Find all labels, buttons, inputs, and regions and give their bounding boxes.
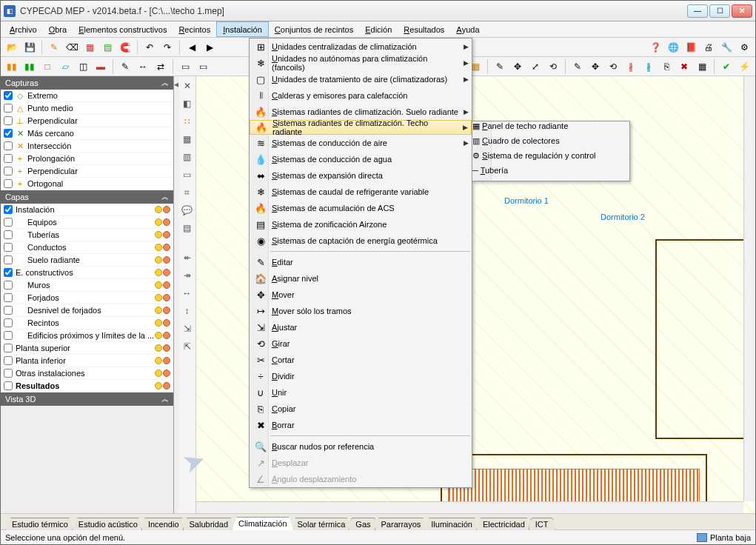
menu-archivo[interactable]: Archivo (4, 21, 43, 37)
checkbox[interactable] (4, 167, 13, 175)
tab-salubridad[interactable]: Salubridad (183, 518, 235, 530)
menu-item[interactable]: ⎘ Copiar (250, 401, 472, 417)
capturas-item[interactable]: ✕ Más cercano (1, 127, 173, 140)
capturas-item[interactable]: + Prolongación (1, 153, 173, 165)
menu-item[interactable]: ❄ Sistemas de caudal de refrigerante var… (250, 184, 472, 200)
tab-iluminación[interactable]: Iluminación (424, 518, 479, 530)
tab-climatización[interactable]: Climatización (232, 517, 293, 530)
tool-icon[interactable]: 💬 (181, 204, 194, 217)
tab-incendio[interactable]: Incendio (141, 518, 186, 530)
checkbox[interactable] (4, 281, 13, 290)
tool-icon[interactable]: ◫ (75, 58, 91, 75)
layer-toggles[interactable] (155, 256, 170, 264)
rotate-icon[interactable]: ⟲ (545, 58, 561, 75)
layer-toggles[interactable] (155, 307, 170, 314)
copy-icon[interactable]: ⎘ (658, 58, 675, 75)
layer-item[interactable]: Planta superior (1, 342, 173, 355)
tab-gas[interactable]: Gas (349, 518, 377, 530)
menu-item[interactable]: 🔥 Sistemas radiantes de climatización. S… (250, 104, 472, 120)
checkbox[interactable] (4, 356, 13, 365)
tool-icon[interactable]: ▥ (181, 150, 194, 164)
submenu-item[interactable]: ⚙ Sistema de regulación y control (472, 151, 629, 166)
menu-item[interactable]: ◉ Sistemas de captación de energía geoté… (250, 233, 472, 249)
maximize-button[interactable]: ☐ (709, 4, 730, 18)
settings-icon[interactable]: ⚙ (736, 39, 752, 56)
tool-icon[interactable]: ▱ (57, 58, 73, 75)
menu-item[interactable]: ÷ Dividir (250, 368, 472, 384)
globe-icon[interactable]: 🌐 (665, 39, 681, 56)
tool-icon[interactable]: ⌫ (64, 39, 80, 56)
tool-icon[interactable]: ▤ (181, 221, 194, 235)
tool-icon[interactable]: ▭ (195, 58, 211, 75)
tool-icon[interactable]: ▤ (99, 39, 116, 56)
edit-icon[interactable]: ✎ (117, 58, 133, 75)
help-icon[interactable]: ❓ (647, 39, 663, 56)
submenu-item[interactable]: ▥ Cuadro de colectores (472, 136, 629, 151)
tool-icon[interactable]: ◧ (181, 97, 194, 110)
menu-item[interactable]: 🔥 Sistemas de acumulación de ACS (250, 200, 472, 216)
instalacion-menu[interactable]: ⊞ Unidades centralizadas de climatizació… (249, 38, 472, 488)
layer-item[interactable]: E. constructivos (1, 267, 173, 279)
layer-item[interactable]: Instalación (1, 204, 173, 216)
tool-icon[interactable]: □ (39, 58, 56, 75)
open-icon[interactable]: 📂 (4, 39, 20, 56)
redo-icon[interactable]: ↷ (159, 39, 175, 56)
menu-bar[interactable]: ArchivoObraElementos constructivosRecint… (1, 21, 755, 38)
menu-item[interactable]: ▢ Unidades de tratamiento de aire (clima… (250, 71, 472, 87)
rotate-icon[interactable]: ⟲ (605, 58, 621, 75)
layer-item[interactable]: Suelo radiante (1, 254, 173, 267)
tool-icon[interactable]: ▦ (181, 133, 194, 146)
menu-item[interactable]: ✎ Editar (250, 254, 472, 270)
menu-item[interactable]: ≋ Sistemas de conducción de aire ▶ (250, 135, 472, 151)
layer-toggles[interactable] (155, 231, 170, 238)
layer-toggles[interactable] (155, 332, 170, 339)
layer-item[interactable]: Forjados (1, 292, 173, 304)
tool-icon[interactable]: ↕ (181, 304, 194, 318)
save-icon[interactable]: 💾 (21, 39, 38, 56)
tool-icon[interactable]: ⌗ (181, 186, 194, 199)
vista3d-header[interactable]: Vista 3D ︽ (1, 392, 173, 406)
tool-icon[interactable]: ↠ (181, 269, 194, 282)
capas-header[interactable]: Capas ︽ (1, 190, 173, 204)
horizontal-scrollbar[interactable] (196, 501, 743, 513)
menu-elementos-constructivos[interactable]: Elementos constructivos (73, 21, 173, 37)
move-icon[interactable]: ✥ (509, 58, 526, 75)
capturas-item[interactable]: △ Punto medio (1, 102, 173, 115)
edit-icon[interactable]: ✎ (492, 58, 508, 75)
menu-ayuda[interactable]: Ayuda (450, 21, 485, 37)
tab-ict[interactable]: ICT (529, 518, 555, 530)
submenu-item[interactable]: ─ Tubería (472, 166, 629, 181)
layer-item[interactable]: Conductos (1, 241, 173, 254)
menu-item[interactable]: ⟲ Girar (250, 335, 472, 352)
menu-item[interactable]: 🔥 Sistemas radiantes de climatización. T… (250, 120, 472, 135)
capturas-header[interactable]: Capturas ︽ (1, 76, 173, 90)
checkbox[interactable] (4, 91, 13, 100)
floor-selector[interactable]: Planta baja (697, 533, 751, 542)
delete-icon[interactable]: ✖ (676, 58, 692, 75)
tool-icon[interactable]: ▭ (177, 58, 193, 75)
tool-icon[interactable]: ↔ (181, 287, 194, 300)
layer-item[interactable]: Tuberías (1, 229, 173, 241)
menu-item[interactable]: ❄ Unidades no autónomas para climatizaci… (250, 55, 472, 71)
layer-item[interactable]: Recintos (1, 317, 173, 330)
tool-icon[interactable]: ↞ (181, 251, 194, 264)
menu-resultados[interactable]: Resultados (398, 21, 450, 37)
print-icon[interactable]: 🖨 (700, 39, 717, 56)
layer-toggles[interactable] (155, 370, 170, 377)
book-icon[interactable]: 📕 (683, 39, 699, 56)
checkbox[interactable] (4, 179, 13, 188)
edit-icon[interactable]: ✎ (569, 58, 586, 75)
checkbox[interactable] (4, 344, 13, 352)
checkbox[interactable] (4, 129, 13, 138)
tool-icon[interactable]: ▮▮ (4, 58, 20, 75)
layer-toggles[interactable] (155, 206, 170, 213)
tool-icon[interactable]: ▦ (81, 39, 98, 56)
arrow-left-icon[interactable]: ◀ (184, 39, 200, 56)
menu-item[interactable]: ▤ Sistema de zonificación Airzone (250, 216, 472, 233)
menu-item[interactable]: ✥ Mover (250, 287, 472, 303)
capturas-item[interactable]: ✕ Intersección (1, 140, 173, 153)
menu-instalación[interactable]: Instalación (216, 21, 269, 37)
menu-item[interactable]: ⊞ Unidades centralizadas de climatizació… (250, 39, 472, 55)
checkbox[interactable] (4, 318, 13, 327)
vertical-scrollbar[interactable] (743, 76, 755, 501)
